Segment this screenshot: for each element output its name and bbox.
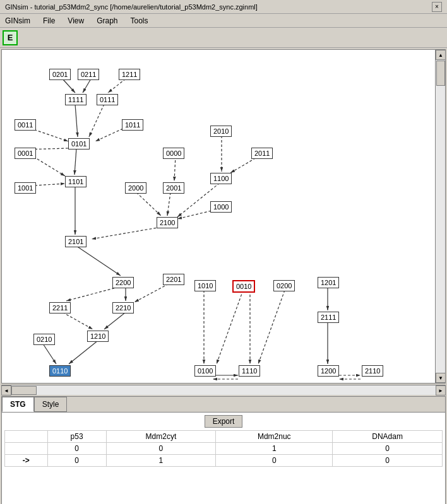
col-arrow — [5, 431, 48, 443]
svg-line-25 — [134, 284, 169, 302]
node-1000[interactable]: 1000 — [210, 201, 232, 213]
node-0001[interactable]: 0001 — [15, 148, 36, 159]
graph-area: 0201021112111111011100111011000101012010… — [1, 49, 446, 384]
table-body: 0010->0100 — [5, 443, 443, 467]
export-row: Export — [4, 415, 443, 428]
svg-line-13 — [174, 156, 176, 181]
export-button[interactable]: Export — [205, 415, 243, 428]
node-0101[interactable]: 0101 — [68, 138, 90, 149]
svg-line-31 — [217, 290, 243, 364]
svg-line-24 — [66, 287, 119, 301]
node-0201[interactable]: 0201 — [49, 69, 71, 80]
node-2200[interactable]: 2200 — [112, 277, 134, 288]
node-2111[interactable]: 2111 — [318, 312, 339, 323]
node-1100[interactable]: 1100 — [210, 173, 232, 184]
menu-file[interactable]: File — [40, 15, 57, 26]
svg-line-22 — [76, 246, 121, 276]
node-0000[interactable]: 0000 — [163, 148, 184, 159]
table-row: 0010 — [5, 443, 443, 455]
titlebar: GINsim - tutorial_p53Mdm2_sync [/home/au… — [0, 0, 447, 14]
node-1111[interactable]: 1111 — [65, 94, 86, 105]
svg-line-27 — [63, 312, 93, 329]
scroll-thumb-h[interactable] — [11, 386, 37, 395]
graph-canvas[interactable]: 0201021112111111011100111011000101012010… — [2, 50, 435, 383]
tab-bar: STG Style — [2, 397, 445, 412]
vertical-scrollbar[interactable]: ▲ ▼ — [435, 50, 445, 383]
state-table: p53 Mdm2cyt Mdm2nuc DNAdam 0010->0100 — [4, 430, 443, 467]
node-1110[interactable]: 1110 — [239, 365, 260, 377]
table-area: Export p53 Mdm2cyt Mdm2nuc DNAdam 0010->… — [2, 412, 445, 504]
col-mdm2cyt: Mdm2cyt — [106, 431, 216, 443]
node-2010[interactable]: 2010 — [210, 126, 232, 137]
node-2201[interactable]: 2201 — [163, 274, 184, 285]
svg-line-10 — [74, 148, 76, 175]
scroll-down-button[interactable]: ▼ — [436, 373, 446, 383]
menu-view[interactable]: View — [65, 15, 86, 26]
menubar: GINsim File View Graph Tools — [0, 14, 447, 28]
node-0211[interactable]: 0211 — [78, 69, 99, 80]
node-1011[interactable]: 1011 — [122, 119, 143, 131]
node-0110[interactable]: 0110 — [49, 365, 71, 377]
node-2101[interactable]: 2101 — [65, 236, 86, 247]
node-0210[interactable]: 0210 — [33, 334, 55, 345]
node-0011[interactable]: 0011 — [15, 119, 36, 131]
svg-line-3 — [83, 79, 91, 93]
node-2001[interactable]: 2001 — [163, 182, 184, 194]
node-1010[interactable]: 1010 — [194, 280, 216, 291]
svg-line-29 — [43, 344, 56, 364]
scroll-track-h[interactable] — [11, 385, 436, 395]
svg-line-33 — [258, 290, 285, 364]
scroll-track-v[interactable] — [436, 60, 445, 373]
e-button[interactable]: E — [3, 30, 18, 45]
node-0111[interactable]: 0111 — [97, 94, 118, 105]
tab-style[interactable]: Style — [34, 397, 68, 412]
menu-ginsim[interactable]: GINsim — [3, 15, 33, 26]
node-2011[interactable]: 2011 — [251, 148, 273, 159]
menu-tools[interactable]: Tools — [128, 15, 151, 26]
node-2000[interactable]: 2000 — [125, 182, 146, 194]
node-2210[interactable]: 2210 — [112, 302, 134, 314]
node-2211[interactable]: 2211 — [49, 302, 71, 314]
titlebar-title: GINsim - tutorial_p53Mdm2_sync [/home/au… — [5, 3, 258, 11]
svg-line-17 — [136, 192, 161, 216]
node-1101[interactable]: 1101 — [65, 176, 86, 187]
svg-line-6 — [89, 104, 104, 137]
svg-line-18 — [167, 192, 170, 216]
svg-line-26 — [104, 312, 126, 329]
horizontal-scrollbar[interactable]: ◄ ► — [1, 385, 446, 395]
table-row: ->0100 — [5, 455, 443, 467]
bottom-panel: STG Style Export p53 Mdm2cyt Mdm2nuc DNA… — [1, 396, 446, 504]
node-2100[interactable]: 2100 — [157, 217, 178, 228]
node-2110[interactable]: 2110 — [362, 365, 383, 377]
node-1211[interactable]: 1211 — [119, 69, 140, 80]
col-dnadam: DNAdam — [333, 431, 443, 443]
node-0100[interactable]: 0100 — [194, 365, 216, 377]
col-p53: p53 — [47, 431, 106, 443]
svg-line-28 — [69, 341, 98, 364]
scroll-up-button[interactable]: ▲ — [436, 50, 446, 60]
tab-stg[interactable]: STG — [2, 397, 34, 412]
svg-line-2 — [63, 79, 75, 93]
node-1200[interactable]: 1200 — [318, 365, 339, 377]
menu-graph[interactable]: Graph — [94, 15, 120, 26]
close-button[interactable]: × — [432, 2, 442, 12]
scroll-right-button[interactable]: ► — [436, 385, 446, 396]
svg-line-4 — [108, 79, 126, 93]
node-1210[interactable]: 1210 — [87, 331, 109, 342]
node-0010[interactable]: 0010 — [232, 280, 255, 293]
node-1201[interactable]: 1201 — [318, 277, 339, 288]
node-0200[interactable]: 0200 — [273, 280, 295, 291]
node-1001[interactable]: 1001 — [15, 182, 36, 194]
scroll-left-button[interactable]: ◄ — [1, 385, 11, 396]
scroll-thumb-v[interactable] — [436, 61, 445, 86]
toolbar: E — [0, 28, 447, 48]
svg-line-5 — [75, 104, 78, 137]
svg-line-21 — [92, 226, 165, 239]
col-mdm2nuc: Mdm2nuc — [216, 431, 333, 443]
